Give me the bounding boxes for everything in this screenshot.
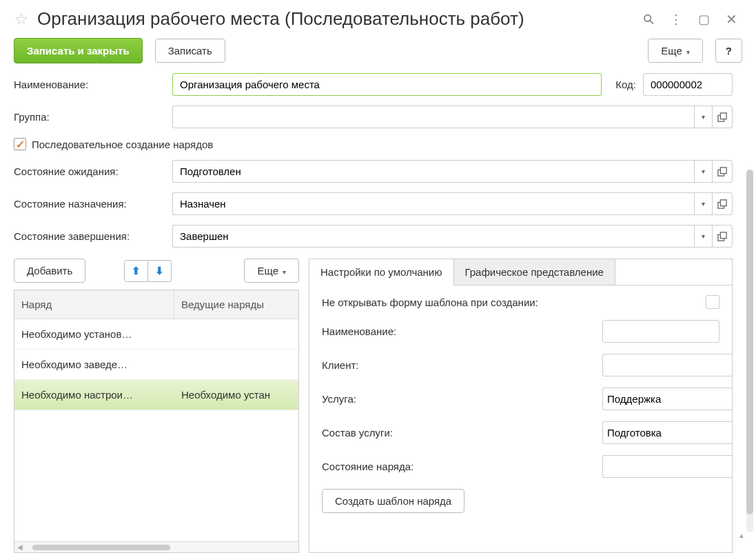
wait-state-dropdown-icon[interactable]: ▾: [694, 160, 712, 183]
vertical-scrollbar[interactable]: [746, 170, 753, 532]
assign-state-input[interactable]: [172, 192, 694, 215]
left-more-label: Еще: [257, 265, 278, 276]
dont-open-checkbox[interactable]: [706, 295, 719, 309]
svg-rect-7: [720, 232, 726, 238]
more-button-label: Еще: [661, 45, 682, 57]
r-name-label: Наименование:: [322, 325, 453, 337]
scroll-thumb[interactable]: [32, 545, 170, 550]
favorite-star-icon[interactable]: ☆: [14, 10, 29, 29]
code-input[interactable]: [643, 73, 733, 96]
assign-state-open-icon[interactable]: [712, 192, 733, 215]
help-button[interactable]: ?: [715, 39, 742, 63]
caret-down-icon: ▾: [686, 48, 690, 56]
complete-state-dropdown-icon[interactable]: ▾: [694, 225, 712, 248]
name-label: Наименование:: [14, 79, 165, 90]
table-col-leading[interactable]: Ведущие наряды: [174, 290, 298, 319]
table-cell: Необходимо установ…: [14, 328, 174, 340]
complete-state-input[interactable]: [172, 225, 694, 248]
caret-down-icon: ▾: [283, 268, 286, 276]
table-row[interactable]: Необходимо установ…: [14, 319, 298, 350]
tab-graphic[interactable]: Графическое представление: [453, 259, 615, 285]
table-cell: Необходимо настрои…: [14, 389, 174, 401]
more-button[interactable]: Еще▾: [648, 39, 703, 63]
r-service-label: Услуга:: [322, 393, 453, 405]
add-button[interactable]: Добавить: [14, 259, 85, 283]
r-service-comp-input[interactable]: [602, 421, 732, 444]
move-up-button[interactable]: ⬆: [124, 260, 148, 282]
sidebar-up-icon[interactable]: ▲: [738, 532, 745, 539]
horizontal-scrollbar[interactable]: ◀: [14, 541, 298, 552]
group-input[interactable]: [172, 105, 694, 128]
table-row[interactable]: Необходимо настрои… Необходимо устан: [14, 380, 298, 410]
close-icon[interactable]: ✕: [724, 11, 738, 28]
table-cell: Необходимо устан: [174, 389, 298, 401]
wait-state-open-icon[interactable]: [712, 160, 733, 183]
group-label: Группа:: [14, 111, 165, 123]
left-more-button[interactable]: Еще▾: [244, 259, 299, 283]
svg-rect-5: [720, 199, 726, 205]
link-icon[interactable]: ⚲: [637, 8, 659, 30]
complete-state-open-icon[interactable]: [712, 225, 733, 248]
group-dropdown-icon[interactable]: ▾: [694, 105, 712, 128]
group-open-icon[interactable]: [712, 105, 733, 128]
table-row[interactable]: Необходимо заведе…: [14, 350, 298, 380]
wait-state-label: Состояние ожидания:: [14, 165, 165, 177]
maximize-icon[interactable]: ▢: [697, 12, 711, 27]
assign-state-dropdown-icon[interactable]: ▾: [694, 192, 712, 215]
sequential-checkbox-label: Последовательное создание нарядов: [32, 139, 213, 150]
kebab-menu-icon[interactable]: ⋮: [669, 12, 683, 27]
vscroll-thumb[interactable]: [746, 170, 753, 514]
dont-open-label: Не открывать форму шаблона при создании:: [322, 296, 695, 308]
wait-state-input[interactable]: [172, 160, 694, 183]
tab-defaults[interactable]: Настройки по умолчанию: [309, 259, 453, 285]
code-label: Код:: [615, 79, 636, 90]
orders-table: Наряд Ведущие наряды Необходимо установ……: [14, 290, 299, 553]
r-client-input[interactable]: [602, 354, 732, 376]
create-template-button[interactable]: Создать шаблон наряда: [322, 489, 464, 513]
window-title: Организация рабочего места (Последовател…: [37, 8, 633, 30]
scroll-left-icon[interactable]: ◀: [17, 543, 23, 551]
r-order-state-input[interactable]: [602, 455, 732, 478]
assign-state-label: Состояние назначения:: [14, 198, 165, 210]
arrow-up-icon: ⬆: [132, 265, 141, 276]
table-cell: Необходимо заведе…: [14, 359, 174, 370]
svg-rect-3: [720, 167, 726, 173]
sequential-checkbox[interactable]: ✓: [14, 138, 26, 150]
move-down-button[interactable]: ⬇: [148, 260, 172, 282]
name-input[interactable]: [172, 73, 602, 96]
complete-state-label: Состояние завершения:: [14, 230, 165, 242]
arrow-down-icon: ⬇: [155, 265, 164, 276]
table-col-order[interactable]: Наряд: [14, 290, 174, 319]
r-name-input[interactable]: [602, 320, 719, 343]
r-service-comp-label: Состав услуги:: [322, 427, 453, 439]
r-client-label: Клиент:: [322, 359, 453, 371]
save-button[interactable]: Записать: [155, 39, 225, 63]
svg-rect-1: [720, 112, 726, 119]
save-close-button[interactable]: Записать и закрыть: [14, 38, 143, 63]
r-service-input[interactable]: [602, 388, 732, 410]
r-order-state-label: Состояние наряда:: [322, 461, 453, 472]
